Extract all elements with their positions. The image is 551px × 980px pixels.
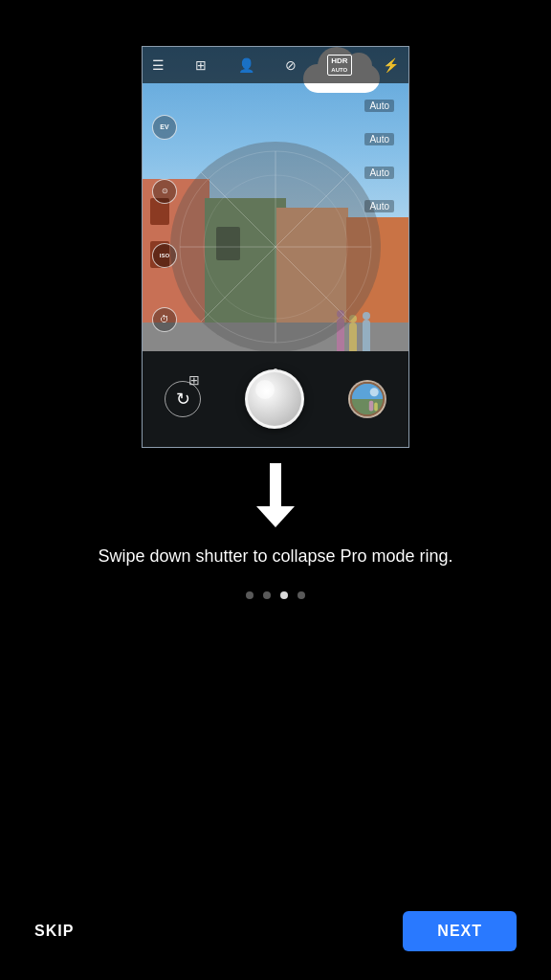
iso-control[interactable]: ISO <box>152 243 177 268</box>
ev-control[interactable]: EV <box>152 115 177 140</box>
dot-4[interactable] <box>298 591 305 599</box>
svg-point-14 <box>370 388 379 396</box>
svg-rect-13 <box>350 399 385 416</box>
person-3 <box>363 320 370 351</box>
auto-label-2: Auto <box>364 133 394 145</box>
grid-icon[interactable]: ⊞ <box>188 372 200 388</box>
arrow-shaft <box>270 463 281 506</box>
camera-toolbar: ☰ ⊞ 👤 ⊘ HDR AUTO ⚡ <box>143 47 408 83</box>
svg-rect-16 <box>374 403 378 412</box>
timer-icon[interactable]: ⊘ <box>285 57 297 73</box>
timer-control[interactable]: ⏱ <box>152 307 177 332</box>
auto-label-1: Auto <box>364 100 394 112</box>
svg-rect-15 <box>369 401 374 412</box>
hdr-badge[interactable]: HDR AUTO <box>327 55 351 76</box>
dot-3-active[interactable] <box>280 591 288 599</box>
svg-point-8 <box>180 151 371 343</box>
dual-cam-icon[interactable]: ⊞ <box>195 57 207 73</box>
camera-bottom-bar: 0 ⊞ ↺ <box>143 351 408 447</box>
arrow-head <box>256 506 295 527</box>
flip-icon: ↺ <box>176 389 190 410</box>
dot-2[interactable] <box>263 591 271 599</box>
person-2 <box>349 323 357 351</box>
svg-line-3 <box>276 247 350 322</box>
auto-label-3: Auto <box>364 167 394 179</box>
svg-line-5 <box>201 247 276 322</box>
flash-icon[interactable]: ⚡ <box>383 57 399 73</box>
pagination-dots <box>246 591 305 599</box>
portrait-icon[interactable]: 👤 <box>238 57 254 73</box>
arrow-indicator <box>256 461 295 528</box>
svg-line-1 <box>276 172 350 247</box>
camera-preview: ☰ ⊞ 👤 ⊘ HDR AUTO ⚡ EV ⊙ ISO ⏱ Auto Auto … <box>142 46 409 448</box>
auto-labels-panel: Auto Auto Auto Auto <box>364 100 394 212</box>
navigation-buttons: SKIP NEXT <box>0 911 551 951</box>
menu-icon[interactable]: ☰ <box>152 57 165 73</box>
instruction-text: Swipe down shutter to collapse Pro mode … <box>98 544 452 568</box>
dot-1[interactable] <box>246 591 253 599</box>
next-button[interactable]: NEXT <box>403 911 517 951</box>
left-controls-panel: EV ⊙ ISO ⏱ <box>150 95 179 351</box>
svg-point-9 <box>204 175 347 319</box>
gallery-thumbnail[interactable] <box>348 380 386 418</box>
af-control[interactable]: ⊙ <box>152 179 177 204</box>
shutter-button[interactable] <box>245 369 304 429</box>
instruction-container: Swipe down shutter to collapse Pro mode … <box>59 544 491 568</box>
svg-line-7 <box>201 172 276 247</box>
svg-rect-12 <box>350 382 385 399</box>
pro-mode-ring <box>170 142 381 352</box>
skip-button[interactable]: SKIP <box>34 923 74 940</box>
auto-label-4: Auto <box>364 200 394 212</box>
